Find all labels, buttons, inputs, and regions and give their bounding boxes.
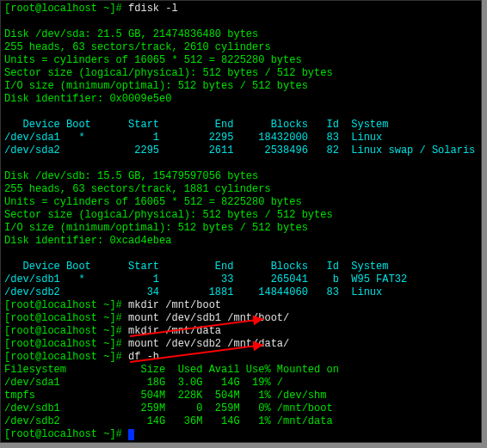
prompt: [root@localhost ~]# <box>4 351 128 363</box>
partition-sdb2: /dev/sdb2 34 1881 14844060 83 Linux <box>4 286 478 299</box>
command: df -h <box>128 351 159 363</box>
disk-sda-sectorsize: Sector size (logical/physical): 512 byte… <box>4 67 478 80</box>
disk-sdb-units: Units = cylinders of 16065 * 512 = 82252… <box>4 196 478 209</box>
command: mount /dev/sdb2 /mnt/data/ <box>128 338 289 350</box>
prompt-line: [root@localhost ~]# fdisk -l <box>4 3 478 15</box>
terminal-window[interactable]: [root@localhost ~]# fdisk -l Disk /dev/s… <box>0 0 482 443</box>
cursor-block <box>128 429 134 440</box>
partition-table-header: Device Boot Start End Blocks Id System <box>4 119 478 132</box>
disk-sdb-iosize: I/O size (minimum/optimal): 512 bytes / … <box>4 222 478 235</box>
disk-sda-iosize: I/O size (minimum/optimal): 512 bytes / … <box>4 80 478 93</box>
disk-sda-identifier: Disk identifier: 0x0009e5e0 <box>4 93 478 106</box>
disk-sdb-identifier: Disk identifier: 0xcad4ebea <box>4 235 478 248</box>
disk-sdb-geom: 255 heads, 63 sectors/track, 1881 cylind… <box>4 183 478 196</box>
disk-sdb-header: Disk /dev/sdb: 15.5 GB, 15479597056 byte… <box>4 170 478 183</box>
prompt-line: [root@localhost ~]# mount /dev/sdb1 /mnt… <box>4 312 478 325</box>
command: mkdir /mnt/data <box>128 325 221 337</box>
prompt: [root@localhost ~]# <box>4 3 128 15</box>
prompt-line: [root@localhost ~]# mkdir /mnt/data <box>4 325 478 338</box>
prompt-line: [root@localhost ~]# df -h <box>4 351 478 364</box>
partition-sda2: /dev/sda2 2295 2611 2538496 82 Linux swa… <box>4 144 478 157</box>
disk-sda-geom: 255 heads, 63 sectors/track, 2610 cylind… <box>4 41 478 54</box>
partition-table-header: Device Boot Start End Blocks Id System <box>4 261 478 273</box>
df-row-sdb2: /dev/sdb2 14G 36M 14G 1% /mnt/data <box>4 415 478 428</box>
prompt-line: [root@localhost ~]# mkdir /mnt/boot <box>4 299 478 312</box>
df-header: Filesystem Size Used Avail Use% Mounted … <box>4 364 478 377</box>
command: mount /dev/sdb1 /mnt/boot/ <box>128 312 289 324</box>
blank <box>4 248 478 261</box>
df-row-sdb1: /dev/sdb1 259M 0 259M 0% /mnt/boot <box>4 402 478 415</box>
prompt: [root@localhost ~]# <box>4 325 128 337</box>
prompt-line[interactable]: [root@localhost ~]# <box>4 428 478 441</box>
blank <box>4 157 478 170</box>
disk-sda-units: Units = cylinders of 16065 * 512 = 82252… <box>4 54 478 67</box>
partition-sda1: /dev/sda1 * 1 2295 18432000 83 Linux <box>4 132 478 144</box>
prompt: [root@localhost ~]# <box>4 338 128 350</box>
prompt-line: [root@localhost ~]# mount /dev/sdb2 /mnt… <box>4 338 478 351</box>
df-row-sda1: /dev/sda1 18G 3.0G 14G 19% / <box>4 377 478 390</box>
blank <box>4 106 478 119</box>
disk-sda-header: Disk /dev/sda: 21.5 GB, 21474836480 byte… <box>4 28 478 41</box>
partition-sdb1: /dev/sdb1 * 1 33 265041 b W95 FAT32 <box>4 273 478 286</box>
df-row-tmpfs: tmpfs 504M 228K 504M 1% /dev/shm <box>4 390 478 402</box>
command: fdisk -l <box>128 3 178 15</box>
prompt: [root@localhost ~]# <box>4 312 128 324</box>
disk-sdb-sectorsize: Sector size (logical/physical): 512 byte… <box>4 209 478 222</box>
prompt: [root@localhost ~]# <box>4 428 128 440</box>
command: mkdir /mnt/boot <box>128 299 221 311</box>
blank <box>4 15 478 28</box>
prompt: [root@localhost ~]# <box>4 299 128 311</box>
